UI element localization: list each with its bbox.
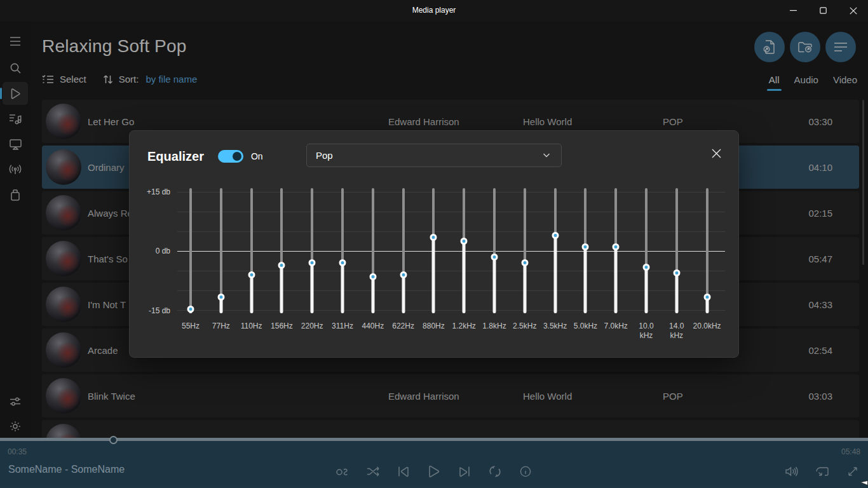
db-axis-label-top: +15 db (140, 187, 170, 196)
media-player-window: Relaxing Soft Pop Select Sort: by file n… (0, 0, 868, 488)
equalizer-dialog: Equalizer On Pop +15 db 0 db -15 db 55Hz… (129, 130, 739, 358)
slider-track-upper[interactable] (189, 188, 192, 311)
slider-thumb[interactable] (673, 269, 680, 276)
slider-track-upper[interactable] (524, 188, 526, 265)
band-frequency-label: 14.0 kHz (663, 322, 691, 341)
slider-thumb[interactable] (703, 294, 710, 301)
equalizer-band: 20.0kHz (692, 131, 722, 358)
slider-track-upper[interactable] (645, 188, 648, 269)
slider-track-lower[interactable] (675, 275, 678, 313)
app-title: Media player (0, 0, 868, 21)
slider-track-upper[interactable] (493, 188, 496, 259)
slider-thumb[interactable] (369, 273, 376, 280)
slider-track-lower[interactable] (463, 243, 466, 313)
slider-track-lower[interactable] (280, 267, 283, 313)
equalizer-band: 55Hz (175, 131, 206, 358)
equalizer-band: 440Hz (358, 131, 388, 358)
slider-track-lower[interactable] (250, 277, 253, 313)
slider-thumb[interactable] (461, 238, 468, 245)
mouse-cursor (858, 475, 868, 488)
band-frequency-label: 20.0kHz (693, 322, 721, 331)
equalizer-band: 1.2kHz (449, 131, 479, 358)
slider-track-lower[interactable] (432, 239, 435, 313)
equalizer-band: 311Hz (327, 131, 358, 358)
band-frequency-label: 7.0kHz (602, 322, 630, 331)
band-frequency-label: 220Hz (298, 322, 326, 331)
slider-track-lower[interactable] (341, 265, 344, 313)
equalizer-band: 880Hz (418, 131, 449, 358)
slider-track-upper[interactable] (584, 188, 587, 249)
slider-track-upper[interactable] (402, 188, 405, 277)
slider-track-upper[interactable] (675, 188, 678, 275)
slider-track-lower[interactable] (219, 299, 222, 313)
slider-thumb[interactable] (217, 294, 224, 301)
band-frequency-label: 311Hz (329, 322, 356, 331)
slider-track-upper[interactable] (280, 188, 283, 267)
equalizer-band: 2.5kHz (510, 131, 540, 358)
equalizer-band: 110Hz (236, 131, 267, 358)
band-frequency-label: 1.8kHz (480, 322, 508, 331)
slider-thumb[interactable] (248, 271, 255, 278)
slider-thumb[interactable] (491, 254, 498, 261)
band-frequency-label: 55Hz (177, 322, 205, 331)
slider-track-lower[interactable] (371, 279, 374, 313)
slider-thumb[interactable] (309, 259, 316, 266)
slider-track-upper[interactable] (372, 188, 374, 279)
slider-track-upper[interactable] (463, 188, 465, 243)
band-frequency-label: 5.0kHz (571, 322, 599, 331)
slider-thumb[interactable] (278, 262, 285, 269)
db-axis-label-bottom: -15 db (140, 306, 170, 315)
slider-thumb[interactable] (613, 243, 620, 250)
slider-track-lower[interactable] (523, 265, 526, 313)
window-controls (778, 0, 868, 21)
band-frequency-label: 10.0 kHz (632, 322, 660, 341)
titlebar: Media player (0, 0, 868, 21)
band-frequency-label: 156Hz (268, 322, 295, 331)
slider-track-lower[interactable] (553, 237, 557, 313)
slider-thumb[interactable] (521, 259, 528, 266)
slider-track-upper[interactable] (554, 188, 557, 237)
slider-track-lower[interactable] (614, 249, 618, 313)
slider-track-lower[interactable] (705, 299, 709, 313)
slider-track-lower[interactable] (402, 277, 405, 313)
minimize-button[interactable] (778, 0, 808, 21)
slider-track-lower[interactable] (493, 259, 496, 313)
close-window-button[interactable] (838, 0, 868, 21)
equalizer-sliders-area: +15 db 0 db -15 db 55Hz 77Hz 110Hz 156Hz… (130, 131, 740, 358)
slider-thumb[interactable] (187, 306, 194, 313)
slider-thumb[interactable] (552, 232, 559, 239)
equalizer-band: 7.0kHz (600, 131, 631, 358)
slider-track-upper[interactable] (614, 188, 617, 249)
band-frequency-label: 440Hz (359, 322, 387, 331)
slider-thumb[interactable] (400, 271, 407, 278)
slider-track-upper[interactable] (220, 188, 222, 299)
equalizer-band: 5.0kHz (570, 131, 600, 358)
equalizer-band: 14.0 kHz (661, 131, 692, 358)
slider-track-upper[interactable] (341, 188, 344, 265)
equalizer-band: 220Hz (297, 131, 327, 358)
slider-track-upper[interactable] (250, 188, 253, 277)
slider-track-lower[interactable] (311, 265, 314, 313)
slider-track-upper[interactable] (311, 188, 313, 265)
equalizer-band: 156Hz (266, 131, 297, 358)
slider-track-upper[interactable] (432, 188, 435, 239)
equalizer-band: 3.5kHz (540, 131, 571, 358)
slider-thumb[interactable] (582, 243, 589, 250)
band-frequency-label: 110Hz (238, 322, 266, 331)
slider-track-lower[interactable] (645, 269, 648, 313)
slider-track-lower[interactable] (584, 249, 587, 313)
slider-thumb[interactable] (339, 259, 346, 266)
slider-thumb[interactable] (430, 234, 437, 241)
equalizer-band: 622Hz (388, 131, 419, 358)
slider-track-upper[interactable] (706, 188, 709, 299)
maximize-button[interactable] (808, 0, 838, 21)
equalizer-band: 10.0 kHz (631, 131, 661, 358)
band-frequency-label: 1.2kHz (450, 322, 478, 331)
slider-thumb[interactable] (643, 264, 650, 271)
band-frequency-label: 3.5kHz (541, 322, 569, 331)
equalizer-band: 77Hz (206, 131, 236, 358)
equalizer-band: 1.8kHz (479, 131, 510, 358)
db-axis-label-zero: 0 db (140, 247, 170, 255)
band-frequency-label: 622Hz (390, 322, 417, 331)
band-frequency-label: 77Hz (207, 322, 235, 331)
